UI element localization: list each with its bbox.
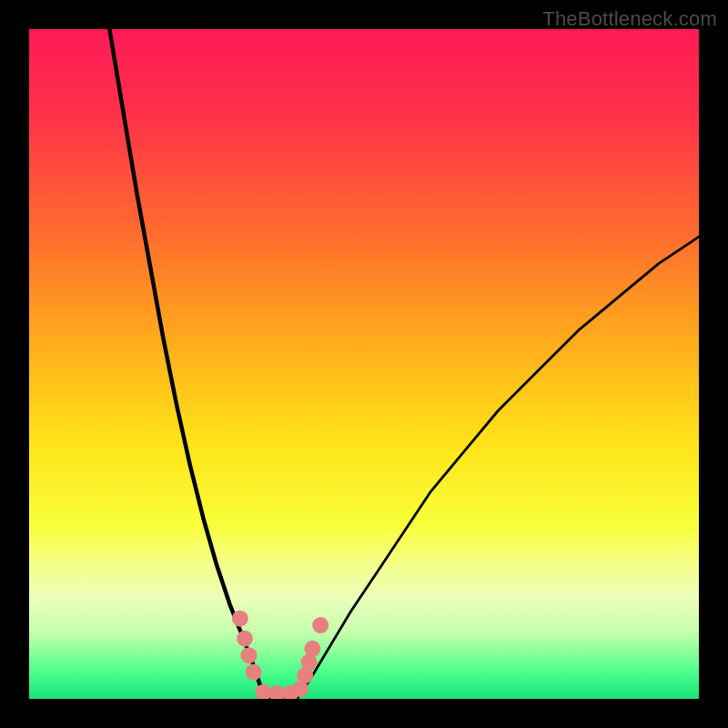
plot-area xyxy=(29,29,699,699)
highlight-marker xyxy=(237,631,253,647)
watermark-text: TheBottleneck.com xyxy=(542,7,717,31)
curve-right-branch xyxy=(297,237,699,699)
highlight-marker xyxy=(232,611,248,627)
chart-container: TheBottleneck.com xyxy=(0,0,728,728)
highlight-marker xyxy=(304,641,320,657)
highlight-marker xyxy=(240,647,257,663)
curve-layer xyxy=(29,29,699,699)
highlight-marker xyxy=(246,664,262,681)
curve-left-branch xyxy=(109,29,265,699)
highlight-marker xyxy=(312,617,329,633)
